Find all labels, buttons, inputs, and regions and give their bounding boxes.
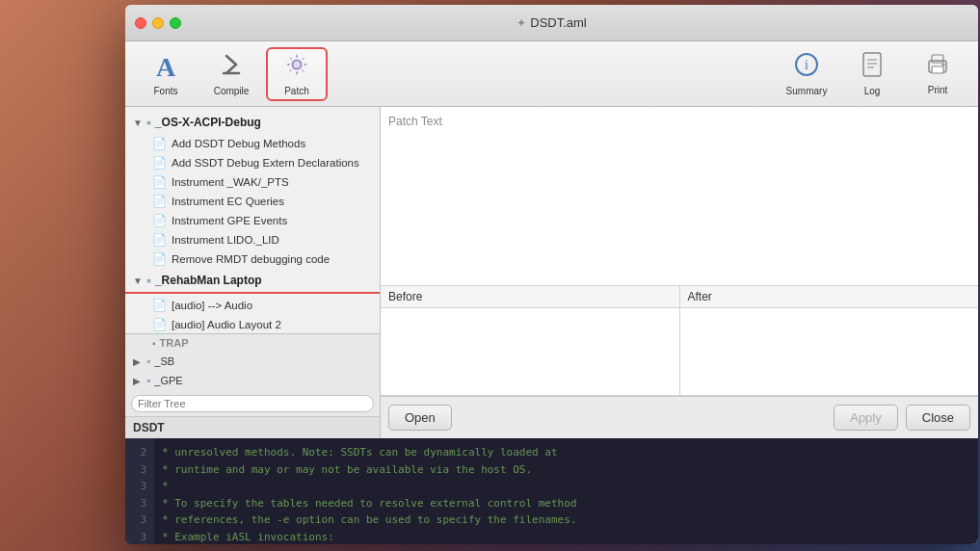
after-col-header: After	[680, 286, 979, 307]
apply-button[interactable]: Apply	[834, 405, 898, 431]
open-button[interactable]: Open	[388, 405, 452, 431]
filter-input[interactable]	[131, 395, 374, 412]
trap-icon: ▪	[152, 338, 156, 349]
code-line: * Example iASL invocations:	[162, 529, 970, 544]
list-item[interactable]: 📄 Add DSDT Debug Methods	[125, 134, 380, 153]
sidebar-group-acpi-debug[interactable]: ▼ ▪ _OS-X-ACPI-Debug	[125, 111, 380, 134]
group-arrow-1: ▼	[133, 118, 143, 128]
code-line: *	[162, 478, 970, 495]
log-label: Log	[864, 86, 881, 96]
before-after-section: Before After	[381, 286, 978, 396]
group-label-1: _OS-X-ACPI-Debug	[155, 116, 261, 129]
file-icon: 📄	[152, 318, 167, 331]
sidebar-bottom-row-trap[interactable]: ▪ TRAP	[125, 334, 380, 352]
maximize-button[interactable]	[170, 17, 181, 29]
gpe-folder-icon: ▪	[146, 374, 150, 387]
summary-label: Summary	[786, 86, 828, 96]
sb-folder-icon: ▪	[146, 354, 150, 368]
gpe-arrow: ▶	[133, 376, 141, 386]
window-title: ✦ DSDT.aml	[516, 15, 587, 30]
list-item[interactable]: 📄 Instrument EC Queries	[125, 192, 380, 211]
line-numbers: 2 3 3 3 3 3 3	[125, 438, 154, 544]
print-icon	[925, 53, 950, 82]
svg-point-2	[294, 62, 300, 67]
file-icon: 📄	[152, 175, 167, 189]
toolbar-summary[interactable]: i Summary	[776, 47, 837, 101]
sidebar-bottom-row-gpe[interactable]: ▶ ▪ _GPE	[125, 371, 380, 390]
toolbar-fonts[interactable]: A Fonts	[135, 47, 197, 101]
toolbar-print[interactable]: Print	[907, 47, 968, 101]
file-icon: 📄	[152, 233, 167, 247]
svg-point-12	[942, 63, 945, 66]
log-icon	[861, 52, 883, 83]
print-label: Print	[928, 85, 948, 95]
close-dialog-button[interactable]: Close	[906, 405, 970, 431]
svg-rect-5	[863, 53, 881, 76]
patch-label: Patch	[284, 86, 309, 96]
file-icon: 📄	[152, 214, 167, 227]
sidebar-list: ▼ ▪ _OS-X-ACPI-Debug 📄 Add DSDT Debug Me…	[125, 107, 380, 333]
before-col-header: Before	[381, 286, 680, 307]
folder-icon-2: ▪	[146, 273, 151, 288]
main-window: ✦ DSDT.aml A Fonts Compile	[125, 5, 978, 544]
filter-row	[125, 390, 380, 417]
list-item[interactable]: 📄 Instrument GPE Events	[125, 211, 380, 230]
close-button[interactable]	[135, 17, 146, 29]
before-content[interactable]	[381, 308, 680, 395]
patch-text-area[interactable]: Patch Text	[381, 107, 978, 286]
code-line: * unresolved methods. Note: SSDTs can be…	[162, 444, 970, 461]
sb-arrow: ▶	[133, 356, 141, 367]
compile-label: Compile	[214, 86, 250, 96]
traffic-lights	[135, 17, 181, 29]
sidebar-group-rehabman[interactable]: ▼ ▪ _RehabMan Laptop	[125, 269, 380, 294]
file-icon: 📄	[152, 252, 167, 266]
right-panel: Patch Text Before After Open Apply Close	[381, 107, 978, 438]
code-line: * To specify the tables needed to resolv…	[162, 495, 970, 512]
after-content[interactable]	[680, 308, 979, 395]
code-line: * runtime and may or may not be availabl…	[162, 461, 970, 479]
patch-icon	[284, 52, 309, 83]
list-item[interactable]: 📄 Remove RMDT debugging code	[125, 249, 380, 269]
titlebar: ✦ DSDT.aml	[125, 5, 978, 41]
svg-rect-10	[932, 66, 943, 73]
svg-text:i: i	[805, 58, 808, 72]
list-item[interactable]: 📄 Instrument LIDO._LID	[125, 230, 380, 249]
file-icon: 📄	[152, 299, 167, 312]
group-label-2: _RehabMan Laptop	[155, 274, 262, 287]
list-item[interactable]: 📄 Add SSDT Debug Extern Declarations	[125, 153, 380, 172]
action-bar: Open Apply Close	[381, 396, 978, 438]
code-line: * references, the -e option can be used …	[162, 512, 970, 529]
list-item[interactable]: 📄 [audio] --> Audio	[125, 296, 380, 315]
folder-icon-1: ▪	[146, 115, 151, 130]
before-after-header: Before After	[381, 286, 978, 308]
toolbar-compile[interactable]: Compile	[200, 47, 262, 101]
list-item[interactable]: 📄 Instrument _WAK/_PTS	[125, 172, 380, 192]
group-arrow-2: ▼	[133, 276, 143, 286]
toolbar: A Fonts Compile	[125, 41, 978, 107]
before-after-content	[381, 308, 978, 395]
list-item[interactable]: 📄 [audio] Audio Layout 2	[125, 315, 380, 333]
fonts-label: Fonts	[153, 86, 177, 96]
toolbar-log[interactable]: Log	[841, 47, 903, 101]
svg-rect-11	[932, 55, 943, 63]
sidebar-bottom-row-sb[interactable]: ▶ ▪ _SB	[125, 352, 380, 371]
minimize-button[interactable]	[152, 17, 164, 29]
summary-icon: i	[794, 52, 819, 83]
code-content: * unresolved methods. Note: SSDTs can be…	[154, 438, 978, 544]
patch-text-placeholder: Patch Text	[388, 115, 442, 128]
file-icon: 📄	[152, 156, 167, 170]
compile-icon	[219, 52, 244, 83]
code-section: 2 3 3 3 3 3 3 * unresolved methods. Note…	[125, 438, 978, 544]
main-content: ▼ ▪ _OS-X-ACPI-Debug 📄 Add DSDT Debug Me…	[125, 107, 978, 438]
file-icon: 📄	[152, 137, 167, 150]
title-icon: ✦	[516, 16, 526, 30]
file-icon: 📄	[152, 195, 167, 208]
fonts-icon: A	[156, 52, 175, 83]
toolbar-patch[interactable]: Patch	[266, 47, 328, 101]
sidebar-footer: DSDT	[125, 417, 380, 438]
sidebar: ▼ ▪ _OS-X-ACPI-Debug 📄 Add DSDT Debug Me…	[125, 107, 381, 438]
sidebar-bottom: ▪ TRAP ▶ ▪ _SB ▶ ▪ _GPE DSDT	[125, 333, 380, 438]
